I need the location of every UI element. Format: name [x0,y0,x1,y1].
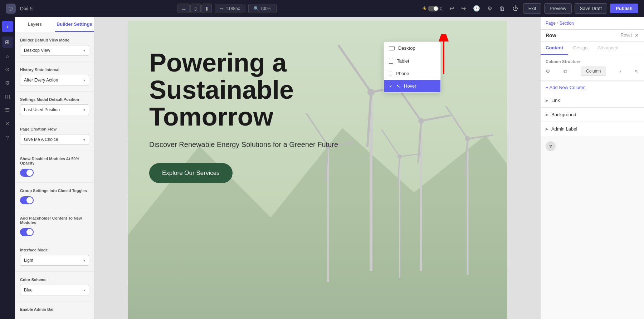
builder-view-label: Builder Default View Mode [20,38,89,42]
columns-icon[interactable]: ☰ [2,104,13,116]
interface-mode-select[interactable]: Light ▾ [20,255,89,266]
canvas-inner: Powering a Sustainable Tomorrow Discover… [128,21,507,319]
placeholder-content-label: Add Placeholder Content To New Modules [20,216,89,225]
breadcrumb-section[interactable]: Section [560,21,574,26]
interface-mode-section: Interface Mode Light ▾ [15,242,94,272]
width-selector[interactable]: ⇔ 1188px [215,4,245,13]
power-btn[interactable]: ⏻ [510,4,520,13]
theme-toggle: ☀ ☾ [422,5,444,12]
theme-toggle-switch[interactable] [428,6,439,11]
dropdown-item-phone[interactable]: Phone [384,67,440,80]
accordion-arrow-admin: ▶ [546,127,548,131]
icon-sidebar: + ⊞ ⌕ ⊙ ⚙ ◫ ☰ ✕ ? [0,17,15,319]
breadcrumb-page[interactable]: Page [546,21,556,26]
tablet-dropdown-icon [389,58,393,64]
modal-position-select[interactable]: Last Used Position ▾ [20,104,89,115]
placeholder-content-section: Add Placeholder Content To New Modules [15,210,94,242]
modal-position-label: Settings Modal Default Position [20,97,89,102]
preview-button[interactable]: Preview [544,3,571,14]
builder-view-select[interactable]: Desktop View ▾ [20,45,89,56]
app-icon[interactable]: ⬡ [6,4,16,14]
main-layout: + ⊞ ⌕ ⊙ ⚙ ◫ ☰ ✕ ? Layers Builder Setting… [0,17,644,319]
tablet-btn[interactable]: ▯ [190,4,201,13]
tab-advanced[interactable]: Advanced [593,41,624,55]
reset-label[interactable]: Reset [621,33,632,38]
placeholder-content-row [20,228,89,236]
column-tools: ⚙ ⧉ Column › ↖ [546,67,639,76]
tab-builder-settings[interactable]: Builder Settings [55,17,94,32]
phone-dropdown-icon [389,71,392,76]
color-scheme-section: Color Scheme Blue ▾ [15,272,94,301]
topbar-left: ⬡ Divi 5 [6,4,33,14]
right-panel: Page › Section Row Reset ✕ Content Desig… [540,17,644,319]
device-buttons: ▭ ▯ ▮ [177,4,212,13]
topbar-center: ▭ ▯ ▮ ⇔ 1188px 🔍 100% [177,4,277,13]
history-side-icon[interactable]: ⊙ [2,64,13,75]
history-interval-section: History State Interval After Every Actio… [15,62,94,92]
builder-view-mode-section: Builder Default View Mode Desktop View ▾ [15,32,94,62]
tools-icon[interactable]: ✕ [2,118,13,129]
desktop-btn[interactable]: ▭ [177,4,190,13]
select-arrow-5: ▾ [83,259,85,262]
undo-btn[interactable]: ↩ [447,4,456,13]
history-interval-select[interactable]: After Every Action ▾ [20,75,89,85]
column-copy-icon[interactable]: ⧉ [564,68,567,74]
accordion-arrow-link: ▶ [546,98,548,102]
modal-position-section: Settings Modal Default Position Last Use… [15,92,94,121]
color-scheme-select[interactable]: Blue ▾ [20,285,89,295]
column-arrow-icon[interactable]: › [620,68,621,74]
dropdown-item-tablet[interactable]: Tablet [384,54,440,67]
column-settings-icon[interactable]: ⚙ [546,68,550,74]
toggle-knob-2 [26,197,33,203]
dropdown-item-hover[interactable]: ✓ ↖ Hover [384,80,440,92]
column-cursor-icon[interactable]: ↖ [635,68,639,74]
accordion-background-header[interactable]: ▶ Background [541,108,644,122]
topbar: ⬡ Divi 5 ▭ ▯ ▮ ⇔ 1188px 🔍 100% ☀ ☾ ↩ ↪ 🕐… [0,0,644,17]
hero-title: Powering a Sustainable Tomorrow [149,49,392,131]
redo-btn[interactable]: ↪ [459,4,468,13]
settings-btn[interactable]: ⚙ [485,4,494,13]
accordion-admin-label: ▶ Admin Label [541,122,644,136]
accordion-link-header[interactable]: ▶ Link [541,93,644,107]
accordion-admin-label-header[interactable]: ▶ Admin Label [541,122,644,136]
select-arrow-6: ▾ [83,288,85,292]
help-icon[interactable]: ? [546,141,556,151]
right-panel-bottom: ? [541,136,644,156]
phone-btn[interactable]: ▮ [201,4,212,13]
save-draft-button[interactable]: Save Draft [575,3,607,14]
zoom-selector[interactable]: 🔍 100% [248,4,277,13]
right-panel-tabs: Content Design Advanced [541,41,644,55]
left-panel: Layers Builder Settings Builder Default … [15,17,94,319]
disabled-modules-toggle-row [20,169,89,177]
closed-toggles-label: Group Settings Into Closed Toggles [20,188,89,193]
app-title: Divi 5 [20,6,33,11]
trash-btn[interactable]: 🗑 [497,4,507,13]
search-icon[interactable]: ⌕ [2,50,13,62]
topbar-right: ☀ ☾ ↩ ↪ 🕐 ⚙ 🗑 ⏻ Exit Preview Save Draft … [422,3,638,14]
tab-content[interactable]: Content [541,41,568,55]
help-side-icon[interactable]: ? [2,132,13,143]
panel-tabs: Layers Builder Settings [15,17,94,32]
exit-button[interactable]: Exit [523,3,542,14]
history-btn[interactable]: 🕐 [471,4,482,13]
add-new-column-button[interactable]: + Add New Column [541,82,644,93]
column-structure-label: Column Structure [546,59,639,64]
media-icon[interactable]: ◫ [2,91,13,102]
placeholder-content-toggle[interactable] [20,228,34,236]
closed-toggles-toggle[interactable] [20,196,34,204]
publish-button[interactable]: Publish [610,4,638,13]
hero-cta-button[interactable]: Explore Our Services [149,163,233,183]
page-creation-select[interactable]: Give Me A Choice ▾ [20,134,89,145]
tab-layers[interactable]: Layers [15,17,55,32]
close-icon[interactable]: ✕ [635,33,639,38]
page-creation-section: Page Creation Flow Give Me A Choice ▾ [15,121,94,151]
dropdown-item-desktop[interactable]: Desktop [384,42,440,54]
tab-design[interactable]: Design [568,41,592,55]
color-scheme-label: Color Scheme [20,278,89,282]
layers-icon[interactable]: ⊞ [2,36,13,48]
settings-side-icon[interactable]: ⚙ [2,77,13,89]
disabled-modules-toggle[interactable] [20,169,34,177]
right-panel-title: Row [546,33,556,38]
cursor-icon: ↖ [396,83,400,89]
add-module-icon[interactable]: + [2,21,13,32]
